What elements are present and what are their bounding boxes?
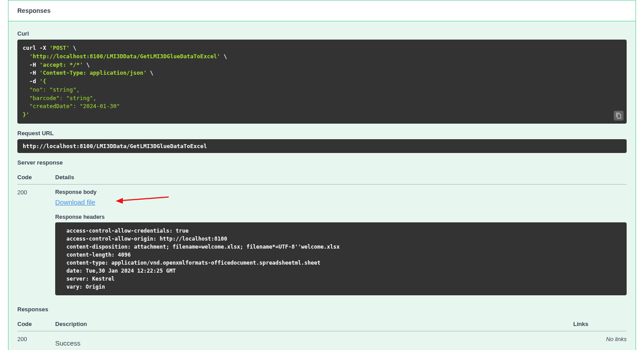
responses-title: Responses bbox=[17, 7, 627, 14]
col-code-header2: Code bbox=[17, 317, 55, 331]
responses-header-bar: Responses bbox=[8, 0, 636, 21]
curl-label: Curl bbox=[17, 30, 627, 37]
curl-slash1: \ bbox=[69, 44, 76, 51]
curl-slash2: \ bbox=[220, 53, 227, 60]
curl-slash4: \ bbox=[146, 69, 153, 76]
curl-accept: 'accept: */*' bbox=[40, 61, 83, 68]
swagger-response-panel: Responses Curl curl -X 'POST' \ 'http://… bbox=[8, 0, 636, 350]
curl-hflag1: -H bbox=[23, 61, 40, 68]
curl-dflag: -d bbox=[23, 78, 40, 84]
request-url-label: Request URL bbox=[17, 130, 627, 137]
responses2-row: 200 Success No links bbox=[17, 331, 627, 350]
responses2-desc-cell: Success bbox=[55, 331, 573, 350]
response-headers-label: Response headers bbox=[55, 214, 627, 220]
server-response-table: Code Details 200 Response body Download … bbox=[17, 170, 627, 300]
clipboard-icon bbox=[616, 113, 622, 119]
curl-body-date: "createdDate": "2024-01-30" bbox=[23, 103, 120, 109]
curl-url: 'http://localhost:8100/LMI3DData/GetLMI3… bbox=[29, 53, 220, 60]
curl-ctype: 'Content-Type: application/json' bbox=[40, 69, 147, 76]
download-file-link[interactable]: Download file bbox=[55, 198, 95, 206]
response-body-label: Response body bbox=[55, 189, 627, 195]
response-details-cell: Response body Download file Response hea… bbox=[55, 184, 627, 300]
responses2-nolinks: No links bbox=[573, 331, 627, 350]
svg-line-0 bbox=[121, 197, 169, 201]
response-row: 200 Response body Download file Response… bbox=[17, 184, 627, 300]
curl-body-no: "no": "string", bbox=[23, 86, 80, 93]
response-headers-block: access-control-allow-credentials: true a… bbox=[55, 222, 627, 295]
svg-marker-1 bbox=[116, 198, 123, 204]
curl-code-block: curl -X 'POST' \ 'http://localhost:8100/… bbox=[17, 40, 627, 124]
request-url-value: http://localhost:8100/LMI3DData/GetLMI3D… bbox=[17, 139, 627, 153]
col-details-header: Details bbox=[55, 170, 627, 185]
curl-body-close: }' bbox=[23, 111, 29, 118]
copy-button[interactable] bbox=[614, 111, 624, 121]
responses-content: Curl curl -X 'POST' \ 'http://localhost:… bbox=[8, 21, 636, 350]
curl-body-open: '{ bbox=[40, 78, 46, 84]
curl-slash3: \ bbox=[83, 61, 89, 68]
responses2-desc: Success bbox=[55, 336, 573, 347]
responses2-label: Responses bbox=[17, 306, 627, 313]
responses2-code: 200 bbox=[17, 331, 55, 350]
server-response-label: Server response bbox=[17, 159, 627, 166]
responses2-table: Code Description Links 200 Success No li… bbox=[17, 317, 627, 350]
curl-hflag2: -H bbox=[23, 69, 40, 76]
col-links-header: Links bbox=[573, 317, 627, 331]
response-code: 200 bbox=[17, 184, 55, 300]
curl-prefix: curl -X bbox=[23, 44, 49, 51]
col-code-header: Code bbox=[17, 170, 55, 185]
curl-body-barcode: "barcode": "string", bbox=[23, 95, 97, 101]
col-desc-header: Description bbox=[55, 317, 573, 331]
curl-method: 'POST' bbox=[49, 44, 69, 51]
